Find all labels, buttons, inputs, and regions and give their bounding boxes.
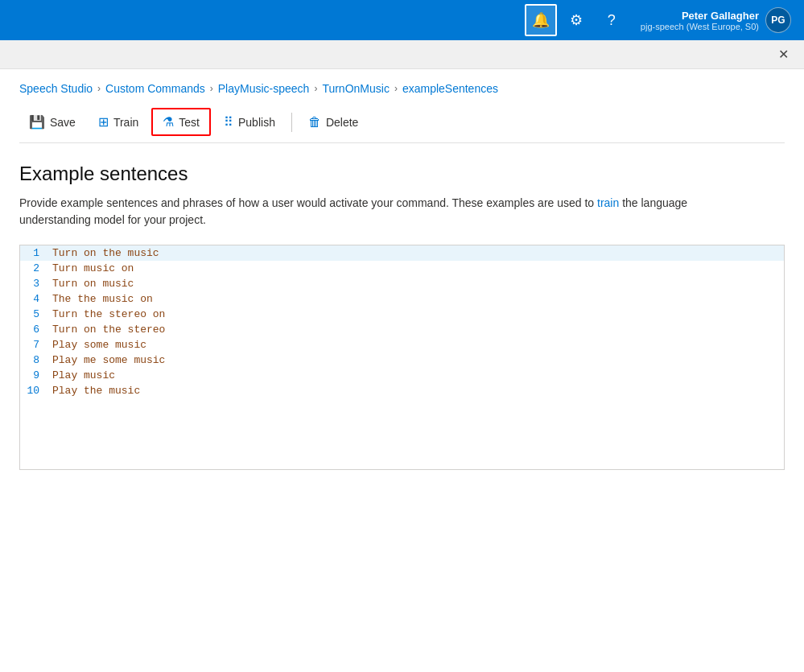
description-part1: Provide example sentences and phrases of… xyxy=(19,196,597,209)
code-editor[interactable]: 1 Turn on the music 2 Turn music on 3 Tu… xyxy=(19,245,785,470)
train-label: Train xyxy=(113,116,138,129)
table-row: 5 Turn the stereo on xyxy=(20,307,784,322)
line-number: 2 xyxy=(20,262,52,274)
line-number: 3 xyxy=(20,278,52,290)
avatar[interactable]: PG xyxy=(765,7,791,33)
table-row: 6 Turn on the stereo xyxy=(20,322,784,337)
breadcrumb-playmusic[interactable]: PlayMusic-speech xyxy=(218,82,310,95)
user-info: Peter Gallagher pjg-speech (West Europe,… xyxy=(641,10,759,31)
table-row: 1 Turn on the music xyxy=(20,245,784,261)
table-row: 9 Play music xyxy=(20,368,784,383)
close-button[interactable]: ✕ xyxy=(772,43,794,66)
help-icon: ? xyxy=(608,12,616,29)
line-number: 5 xyxy=(20,308,52,320)
train-button[interactable]: ⊞ Train xyxy=(89,109,148,134)
breadcrumb-sep-1: › xyxy=(97,83,101,94)
test-icon: ⚗ xyxy=(163,114,174,130)
line-content: Turn the stereo on xyxy=(52,308,165,320)
publish-button[interactable]: ⠿ Publish xyxy=(214,109,285,134)
line-content: Turn on the music xyxy=(52,247,159,259)
line-number: 6 xyxy=(20,324,52,336)
test-button[interactable]: ⚗ Test xyxy=(151,108,211,136)
line-content: Play some music xyxy=(52,339,146,351)
line-content: Play me some music xyxy=(52,354,165,366)
breadcrumb-speech-studio[interactable]: Speech Studio xyxy=(19,82,93,95)
breadcrumb-sep-3: › xyxy=(314,83,317,94)
delete-icon: 🗑 xyxy=(308,115,321,130)
train-icon: ⊞ xyxy=(98,114,109,130)
line-content: Turn on music xyxy=(52,278,134,290)
breadcrumb-examplesentences[interactable]: exampleSentences xyxy=(402,82,498,95)
user-name: Peter Gallagher xyxy=(641,10,759,22)
line-number: 8 xyxy=(20,354,52,366)
line-number: 10 xyxy=(20,385,52,397)
publish-label: Publish xyxy=(238,116,275,129)
close-bar: ✕ xyxy=(0,40,804,69)
test-label: Test xyxy=(179,116,200,129)
settings-icon: ⚙ xyxy=(570,11,583,29)
breadcrumb-custom-commands[interactable]: Custom Commands xyxy=(105,82,205,95)
notification-icon: 🔔 xyxy=(532,11,550,29)
publish-icon: ⠿ xyxy=(224,114,233,130)
table-row: 3 Turn on music xyxy=(20,276,784,291)
table-row: 7 Play some music xyxy=(20,337,784,352)
description-highlight: train xyxy=(597,196,619,209)
notification-button[interactable]: 🔔 xyxy=(525,4,557,36)
help-button[interactable]: ? xyxy=(596,4,628,36)
table-row: 10 Play the music xyxy=(20,383,784,398)
table-row: 8 Play me some music xyxy=(20,352,784,368)
line-content: Play the music xyxy=(52,385,140,397)
page-description: Provide example sentences and phrases of… xyxy=(19,195,744,229)
toolbar: 💾 Save ⊞ Train ⚗ Test ⠿ Publish 🗑 Delete xyxy=(19,108,785,143)
user-section: Peter Gallagher pjg-speech (West Europe,… xyxy=(641,7,791,33)
table-row: 4 The the music on xyxy=(20,291,784,307)
table-row: 2 Turn music on xyxy=(20,261,784,276)
line-content: Play music xyxy=(52,369,115,381)
save-button[interactable]: 💾 Save xyxy=(19,109,85,134)
user-subtitle: pjg-speech (West Europe, S0) xyxy=(641,22,759,31)
header-icons: 🔔 ⚙ ? xyxy=(525,4,628,36)
line-number: 4 xyxy=(20,293,52,305)
breadcrumb-sep-2: › xyxy=(210,83,213,94)
save-icon: 💾 xyxy=(29,114,45,130)
page-title: Example sentences xyxy=(19,163,785,185)
line-content: Turn on the stereo xyxy=(52,324,165,336)
line-content: Turn music on xyxy=(52,262,134,274)
delete-button[interactable]: 🗑 Delete xyxy=(299,110,368,134)
settings-button[interactable]: ⚙ xyxy=(560,4,592,36)
toolbar-separator xyxy=(291,113,292,132)
delete-label: Delete xyxy=(326,116,358,129)
line-content: The the music on xyxy=(52,293,153,305)
breadcrumb-turnonmusic[interactable]: TurnOnMusic xyxy=(322,82,390,95)
line-number: 9 xyxy=(20,369,52,381)
main-content: Speech Studio › Custom Commands › PlayMu… xyxy=(0,69,804,483)
line-number: 1 xyxy=(20,247,52,259)
line-number: 7 xyxy=(20,339,52,351)
breadcrumb-sep-4: › xyxy=(394,83,398,94)
breadcrumb: Speech Studio › Custom Commands › PlayMu… xyxy=(19,82,785,95)
header: 🔔 ⚙ ? Peter Gallagher pjg-speech (West E… xyxy=(0,0,804,40)
save-label: Save xyxy=(50,116,76,129)
